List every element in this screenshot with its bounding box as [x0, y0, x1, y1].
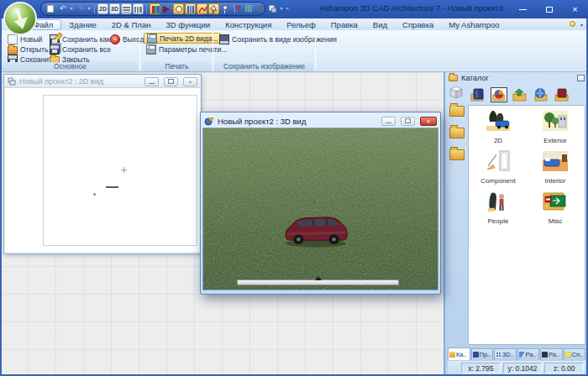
view-2d-icon[interactable]: 2D	[97, 3, 108, 14]
shapes-icon[interactable]	[267, 3, 278, 14]
view-3d-icon[interactable]: 3D	[109, 3, 120, 14]
print-settings-icon	[146, 44, 156, 55]
catalog-item-people[interactable]: People	[472, 190, 524, 225]
spline-icon[interactable]	[197, 3, 207, 14]
tab-view[interactable]: Вид	[365, 19, 395, 30]
catalog-group-folder-icon[interactable]	[449, 128, 465, 138]
ribbon-group-divider	[139, 33, 140, 70]
catalog-item-interior[interactable]: Interior	[529, 149, 581, 185]
catalog-header[interactable]: Каталог	[445, 72, 588, 84]
maximize-button[interactable]	[164, 77, 178, 86]
tab-terrain[interactable]: Рельеф	[279, 19, 323, 30]
walkthrough-slider[interactable]	[237, 279, 399, 285]
project-tree-icon	[473, 352, 479, 358]
window-title: Ashampoo 3D CAD Architecture 7 - Новый п…	[286, 3, 538, 13]
close-button[interactable]: ×	[420, 117, 437, 126]
panel-tab-catalog[interactable]: Ка..	[448, 347, 470, 360]
toolbar-overflow-icon[interactable]: =	[285, 3, 290, 14]
project-chart-icon[interactable]	[150, 3, 160, 14]
catalog-group-folder-icon[interactable]	[449, 149, 465, 160]
toolbar-separator	[146, 4, 147, 13]
undo-dropdown-icon[interactable]: ▾	[69, 3, 74, 14]
print-settings-button[interactable]: Параметры печати...	[144, 44, 229, 55]
render-3d-canvas[interactable]	[202, 128, 438, 290]
close-icon: ×	[427, 118, 431, 125]
catalog-book-icon[interactable]	[470, 87, 486, 102]
split-horizontal-icon[interactable]	[121, 3, 132, 14]
bars-icon[interactable]	[185, 3, 196, 14]
undock-panel-icon[interactable]	[577, 75, 585, 81]
maximize-icon	[546, 7, 553, 13]
object-cube-icon[interactable]	[449, 86, 464, 99]
minimize-button[interactable]	[144, 77, 159, 86]
window-3d-titlebar[interactable]: Новый проект2 : 3D вид ×	[202, 114, 438, 128]
grid-icon[interactable]	[244, 3, 255, 14]
window-2d-view[interactable]: Новый проект2 : 2D вид ×	[3, 74, 202, 254]
red-arrow-icon[interactable]	[161, 3, 172, 14]
undo-icon[interactable]: ↶	[57, 3, 68, 14]
catalog-item-2d[interactable]: 2D	[472, 109, 524, 144]
minimize-icon	[519, 9, 527, 10]
panel-tab-strip: Ка.. Пр.. 3D.. Ра.. Ра.. Сп..	[448, 347, 585, 360]
exit-icon	[110, 34, 120, 44]
catalog-interior-thumbnail-icon	[542, 149, 569, 173]
catalog-item-component[interactable]: Component	[472, 149, 524, 185]
maximize-button[interactable]	[536, 0, 562, 18]
catalog-list: 2D Exterior Component	[468, 105, 585, 345]
minimize-button[interactable]	[381, 117, 396, 126]
window-2d-titlebar[interactable]: Новый проект2 : 2D вид ×	[5, 76, 200, 88]
catalog-objects-icon[interactable]	[491, 87, 507, 102]
maximize-button[interactable]	[401, 117, 415, 126]
minimize-button[interactable]	[510, 0, 536, 18]
plan-2d-canvas[interactable]	[5, 88, 200, 252]
cursor-icon[interactable]	[208, 3, 219, 14]
tab-building[interactable]: Здание	[61, 19, 103, 30]
save-as-image-button[interactable]: Сохранить в виде изображения	[217, 34, 339, 44]
catalog-web-icon[interactable]	[533, 87, 549, 102]
catalog-tab-icon	[449, 352, 455, 358]
clock-icon[interactable]	[173, 3, 184, 14]
panel-tab-textures[interactable]: Ра..	[517, 348, 540, 360]
shapes-dropdown-icon[interactable]: ▾	[279, 3, 284, 14]
tab-edit[interactable]: Правка	[323, 19, 365, 30]
ribbon-tab-bar: Файл Здание 2D & План 3D функции Констру…	[0, 18, 588, 30]
catalog-recent-icon[interactable]	[554, 87, 570, 102]
redo-dropdown-icon[interactable]: ▾	[87, 3, 92, 14]
window-frame-edge	[0, 18, 2, 376]
close-button[interactable]: ×	[562, 0, 588, 18]
panel-tab-materials[interactable]: Ра..	[540, 348, 563, 360]
catalog-item-misc[interactable]: Misc	[529, 190, 581, 225]
ribbon-group-label: Сохранить изображение	[214, 62, 314, 71]
pin-icon[interactable]	[220, 3, 231, 14]
blend-icon[interactable]	[255, 3, 266, 14]
catalog-group-folder-icon[interactable]	[449, 106, 465, 117]
close-icon: ×	[188, 78, 192, 86]
new-document-icon[interactable]	[45, 3, 56, 14]
tab-construction[interactable]: Конструкция	[218, 19, 279, 30]
catalog-component-thumbnail-icon	[485, 149, 512, 173]
close-button[interactable]: ×	[183, 77, 197, 86]
tip-lightbulb-icon[interactable]: ▾	[570, 21, 583, 29]
split-vertical-icon[interactable]	[133, 3, 144, 14]
panel-tab-3d[interactable]: 3D..	[494, 348, 517, 360]
ribbon-group-divider	[315, 33, 316, 70]
print-2d-button[interactable]: Печать 2D вида...	[144, 33, 221, 44]
workspace[interactable]: Новый проект2 : 2D вид × Новый проект2 :…	[0, 72, 444, 376]
catalog-toolbar	[470, 86, 585, 104]
redo-icon[interactable]: ↷	[75, 3, 86, 14]
tab-2d-plan[interactable]: 2D & План	[104, 19, 159, 30]
exit-button[interactable]: Выход	[108, 34, 146, 44]
car-model[interactable]	[279, 211, 353, 248]
tab-my-ashampoo[interactable]: My Ashampoo	[441, 19, 507, 30]
save-image-icon	[219, 34, 229, 44]
ashampoo-logo-icon[interactable]	[3, 1, 38, 36]
window-3d-view[interactable]: Новый проект2 : 3D вид ×	[200, 112, 441, 295]
panel-tab-project[interactable]: Пр..	[471, 348, 494, 360]
slider-marker-icon[interactable]	[315, 276, 322, 280]
tab-help[interactable]: Справка	[395, 19, 441, 30]
catalog-item-exterior[interactable]: Exterior	[529, 109, 581, 144]
panel-tab-daylight[interactable]: Сп..	[564, 348, 586, 360]
catalog-import-icon[interactable]	[512, 87, 528, 102]
flag-icon[interactable]	[232, 3, 243, 14]
tab-3d-functions[interactable]: 3D функции	[158, 19, 218, 30]
